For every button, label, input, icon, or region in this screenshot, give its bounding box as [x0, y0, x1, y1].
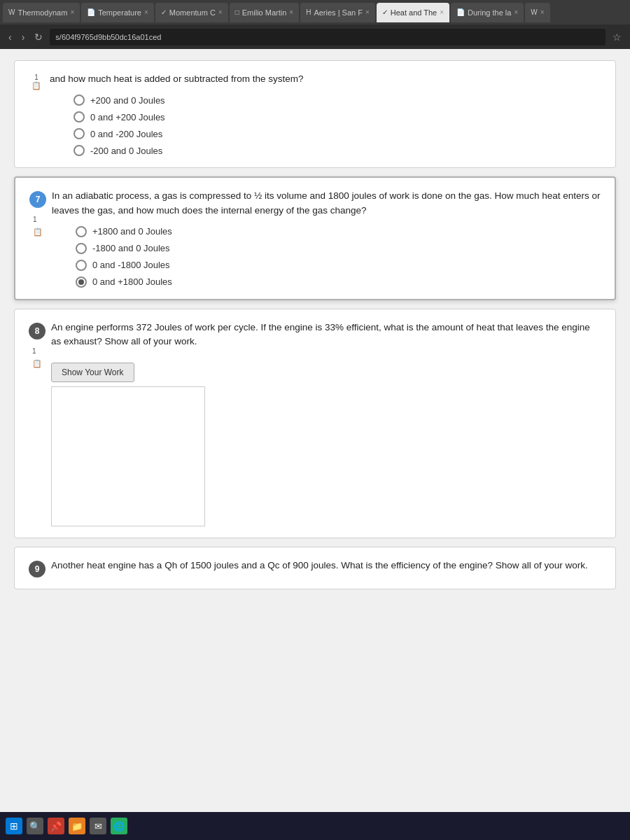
tab-temperature[interactable]: 📄 Temperature × — [81, 3, 154, 22]
tab-label-during: During the la — [468, 8, 511, 17]
q7-option-4-text: 0 and +1800 Joules — [92, 276, 172, 287]
q7-side-icon: 📋 — [33, 227, 43, 236]
q7-radio-3[interactable] — [76, 260, 87, 271]
q7-option-2[interactable]: -1800 and 0 Joules — [76, 243, 601, 254]
q8-badge: 8 — [29, 323, 46, 340]
q7-badge: 7 — [29, 191, 46, 208]
address-text: s/604f9765d9bb50dc16a01ced — [55, 33, 161, 41]
tab-label-heat: Heat and The — [391, 8, 437, 17]
taskbar-folder[interactable]: 📁 — [69, 818, 85, 834]
q6-question-text: and how much heat is added or subtracted… — [50, 72, 601, 86]
q6-option-4[interactable]: -200 and 0 Joules — [74, 145, 601, 156]
q6-option-1[interactable]: +200 and 0 Joules — [74, 94, 601, 106]
q8-side-icon: 📋 — [32, 359, 42, 368]
tab-icon-during: 📄 — [456, 8, 465, 16]
taskbar-browser[interactable]: 🌐 — [111, 818, 127, 834]
q6-option-2[interactable]: 0 and +200 Joules — [74, 111, 601, 122]
tab-close-thermo[interactable]: × — [70, 8, 74, 16]
q6-option-3[interactable]: 0 and -200 Joules — [74, 128, 601, 139]
q8-question-text: An engine performs 372 Joules of work pe… — [51, 321, 601, 349]
tab-close-momentum[interactable]: × — [218, 8, 223, 16]
work-area[interactable] — [51, 386, 205, 526]
q7-option-3[interactable]: 0 and -1800 Joules — [76, 260, 601, 271]
address-bar-row: ‹ › ↻ s/604f9765d9bb50dc16a01ced ☆ — [0, 24, 630, 49]
question-7-section: 7 1 📋 In an adiabatic process, a gas is … — [14, 176, 616, 300]
tab-label-temp: Temperature — [98, 8, 141, 17]
q7-option-1-text: +1800 and 0 Joules — [92, 226, 172, 237]
tab-icon-temp: 📄 — [87, 8, 95, 16]
tab-label-emilio: Emilio Martin — [242, 8, 287, 17]
tab-close-during[interactable]: × — [514, 8, 518, 16]
windows-button[interactable]: ⊞ — [6, 818, 22, 834]
browser-chrome: W Thermodynam × 📄 Temperature × ✓ Moment… — [0, 0, 630, 49]
reload-button[interactable]: ↻ — [31, 30, 46, 44]
search-taskbar-button[interactable]: 🔍 — [27, 818, 43, 834]
tab-momentum[interactable]: ✓ Momentum C × — [155, 3, 228, 22]
q6-option-2-text: 0 and +200 Joules — [90, 112, 165, 122]
tab-during[interactable]: 📄 During the la × — [451, 3, 524, 22]
q6-options-list: +200 and 0 Joules 0 and +200 Joules 0 an… — [50, 94, 601, 156]
q6-side-icon: 📋 — [31, 81, 41, 90]
q7-radio-2[interactable] — [76, 243, 87, 254]
question-8-section: 8 1 📋 An engine performs 372 Joules of w… — [14, 309, 616, 539]
q8-side-col: 8 1 📋 — [29, 321, 46, 527]
q7-option-2-text: -1800 and 0 Joules — [92, 243, 170, 253]
q6-radio-2[interactable] — [74, 111, 85, 122]
q6-option-4-text: -200 and 0 Joules — [90, 146, 162, 156]
tab-close-aeries[interactable]: × — [365, 8, 370, 16]
q7-radio-1[interactable] — [76, 226, 87, 237]
tab-thermodynamics[interactable]: W Thermodynam × — [3, 3, 80, 22]
q9-side-col: 9 — [29, 559, 46, 578]
q7-side-col: 7 1 📋 — [29, 189, 46, 288]
tab-label-aeries: Aeries | San F — [314, 8, 363, 17]
taskbar-mail[interactable]: ✉ — [90, 818, 106, 834]
tab-close-emilio[interactable]: × — [289, 8, 293, 16]
q8-side-number: 1 — [32, 347, 36, 355]
q7-option-4[interactable]: 0 and +1800 Joules — [76, 276, 601, 288]
taskbar: ⊞ 🔍 📌 📁 ✉ 🌐 — [0, 812, 630, 840]
tab-label-momentum: Momentum C — [169, 8, 216, 17]
question-6-section: 1 📋 and how much heat is added or subtra… — [14, 60, 616, 168]
back-button[interactable]: ‹ — [6, 30, 15, 44]
show-work-button[interactable]: Show Your Work — [51, 363, 134, 382]
q6-radio-3[interactable] — [74, 128, 85, 139]
tab-w[interactable]: W × — [525, 3, 550, 22]
q6-option-1-text: +200 and 0 Joules — [90, 95, 165, 106]
tab-icon-thermo: W — [8, 8, 15, 16]
tab-close-temp[interactable]: × — [144, 8, 148, 16]
q6-radio-1[interactable] — [74, 94, 85, 106]
q7-option-3-text: 0 and -1800 Joules — [92, 260, 170, 270]
forward-button[interactable]: › — [19, 30, 28, 44]
tab-icon-heat: ✓ — [382, 8, 388, 16]
tab-icon-w: W — [531, 8, 537, 16]
taskbar-pin1[interactable]: 📌 — [48, 818, 64, 834]
tab-label-thermo: Thermodynam — [18, 8, 67, 17]
q9-question-text: Another heat engine has a Qh of 1500 jou… — [51, 559, 601, 573]
main-content: 1 📋 and how much heat is added or subtra… — [0, 49, 630, 812]
tab-close-w[interactable]: × — [540, 8, 545, 16]
tab-icon-emilio: □ — [235, 8, 239, 16]
question-9-section: 9 Another heat engine has a Qh of 1500 j… — [14, 547, 616, 589]
tab-aeries[interactable]: H Aeries | San F × — [300, 3, 375, 22]
bookmark-button[interactable]: ☆ — [610, 30, 624, 44]
q7-options-list: +1800 and 0 Joules -1800 and 0 Joules 0 … — [52, 226, 601, 288]
tab-bar: W Thermodynam × 📄 Temperature × ✓ Moment… — [0, 0, 630, 24]
tab-heat-active[interactable]: ✓ Heat and The × — [377, 3, 449, 22]
tab-icon-momentum: ✓ — [161, 8, 167, 16]
q7-option-1[interactable]: +1800 and 0 Joules — [76, 226, 601, 237]
q7-question-text: In an adiabatic process, a gas is compre… — [52, 189, 601, 218]
q6-option-3-text: 0 and -200 Joules — [90, 129, 162, 139]
tab-close-heat[interactable]: × — [440, 8, 444, 16]
q6-radio-4[interactable] — [74, 145, 85, 156]
tab-icon-aeries: H — [306, 8, 311, 16]
q6-side-number: 1 — [34, 74, 38, 81]
q9-badge: 9 — [29, 561, 46, 578]
tab-emilio[interactable]: □ Emilio Martin × — [230, 3, 299, 22]
address-bar[interactable]: s/604f9765d9bb50dc16a01ced — [50, 29, 606, 46]
q6-side-col: 1 📋 — [29, 72, 44, 156]
q7-side-number: 1 — [33, 216, 37, 223]
q7-radio-4[interactable] — [76, 276, 87, 288]
